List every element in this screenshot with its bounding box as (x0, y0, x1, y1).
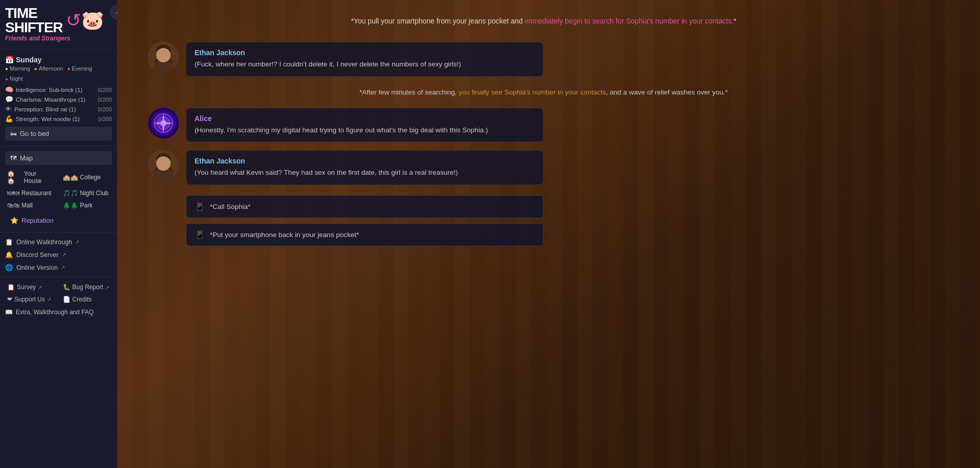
perception-value: 0/200 (98, 106, 112, 112)
stat-strength: 💪 Strength: Wet noodle (1) 0/200 (0, 114, 117, 124)
divider-2 (0, 146, 117, 146)
divider-4 (0, 277, 117, 277)
walkthrough-ext-icon: ↗ (75, 239, 79, 245)
perception-icon: 👁 (5, 105, 12, 113)
intelligence-label: Intelligence: Sub-brick (1) (16, 87, 82, 93)
locations-grid: 🏠🏠 Your House 🏫🏫 College 🍽🍽 Restaurant 🎵… (0, 167, 117, 212)
faq-link[interactable]: 📖 Extra, Walkthrough and FAQ (0, 306, 117, 318)
survey-link[interactable]: 📋 Survey ↗ (4, 282, 58, 293)
your-house-icon: 🏠🏠 (7, 170, 22, 184)
location-night-club[interactable]: 🎵🎵 Night Club (60, 188, 113, 199)
support-us-link[interactable]: ❤ Support Us ↗ (4, 294, 58, 305)
mall-label: Mall (21, 202, 33, 209)
location-restaurant[interactable]: 🍽🍽 Restaurant (4, 188, 58, 199)
logo-area: TIME SHIFTER ↺🐷 Friends and Strangers (0, 0, 117, 46)
chat-area: *You pull your smartphone from your jean… (117, 0, 980, 468)
bottom-links: 📋 Survey ↗ 🐛 Bug Report ↗ ❤ Support Us ↗… (0, 280, 117, 306)
faq-icon: 📖 (5, 309, 13, 316)
goto-bed-button[interactable]: 🛏 Go to bed (5, 127, 112, 141)
intelligence-icon: 🧠 (5, 86, 13, 93)
choice-put-smartphone-back[interactable]: 📱 *Put your smartphone back in your jean… (186, 223, 543, 246)
svg-point-6 (148, 108, 179, 138)
walkthrough-label: Online Walkthrough (16, 239, 72, 246)
goto-bed-label: Go to bed (20, 130, 49, 137)
choice-1-icon: 📱 (195, 202, 205, 212)
svg-point-15 (154, 166, 173, 178)
credits-link[interactable]: 📄 Credits (60, 294, 113, 305)
message-text-ethan-2: (You heard what Kevin said? They had sex… (195, 168, 535, 178)
logo-shifter: SHIFTER (5, 20, 63, 35)
survey-label: Survey (17, 284, 36, 291)
time-night: ● Night (5, 76, 23, 82)
location-park[interactable]: 🌲🌲 Park (60, 200, 113, 211)
bug-report-ext-icon: ↗ (105, 285, 109, 290)
stat-charisma: 💬 Charisma: Misanthrope (1) 0/200 (0, 95, 117, 104)
time-afternoon: ● Afternoon (34, 65, 63, 72)
divider-3 (0, 232, 117, 232)
logo-icon: ↺🐷 (66, 10, 104, 31)
reputation-button[interactable]: ⭐ Reputation (5, 214, 112, 227)
walkthrough-icon: 📋 (5, 238, 13, 246)
svg-marker-10 (162, 113, 164, 120)
stat-perception: 👁 Perception: Blind rat (1) 0/200 (0, 104, 117, 114)
time-indicators: ● Morning ● Afternoon ● Evening ● Night (5, 64, 112, 83)
credits-label: Credits (73, 296, 92, 303)
message-alice: Alice (Honestly, I'm scratching my digit… (148, 108, 939, 142)
day-text: Sunday (16, 56, 42, 64)
afternoon-dot: ● (34, 66, 37, 72)
night-club-icon: 🎵🎵 (63, 190, 78, 197)
survey-ext-icon: ↗ (38, 285, 42, 290)
discord-ext-icon: ↗ (62, 252, 66, 258)
location-mall[interactable]: 🛍🛍 Mall (4, 200, 58, 211)
online-version-label: Online Version (16, 264, 58, 271)
intelligence-value: 0/200 (98, 87, 112, 93)
logo-subtitle: Friends and Strangers (5, 35, 70, 42)
avatar-ethan-1 (148, 42, 179, 73)
location-your-house[interactable]: 🏠🏠 Your House (4, 168, 58, 186)
reputation-label: Reputation (21, 217, 54, 224)
night-dot: ● (5, 76, 8, 82)
night-label: Night (10, 76, 23, 82)
message-bubble-ethan-2: Ethan Jackson (You heard what Kevin said… (186, 150, 543, 184)
restaurant-icon: 🍽🍽 (7, 190, 19, 197)
time-evening: ● Evening (67, 65, 92, 72)
bug-report-link[interactable]: 🐛 Bug Report ↗ (60, 282, 113, 293)
survey-icon: 📋 (7, 284, 15, 291)
svg-point-2 (157, 48, 170, 61)
svg-point-19 (164, 161, 166, 163)
restaurant-label: Restaurant (21, 190, 52, 197)
stat-intelligence: 🧠 Intelligence: Sub-brick (1) 0/200 (0, 85, 117, 95)
message-text-ethan-1: (Fuck, where her number!? I couldn't del… (195, 59, 535, 69)
svg-point-16 (157, 156, 170, 169)
online-version-link[interactable]: 🌐 Online Version ↗ (0, 261, 117, 274)
day-section: 📅 Sunday ● Morning ● Afternoon ● Evening… (0, 53, 117, 85)
message-ethan-2: Ethan Jackson (You heard what Kevin said… (148, 150, 939, 184)
credits-icon: 📄 (63, 296, 70, 303)
narration-2-end: , and a wave of relief washes over you.* (606, 88, 728, 96)
evening-dot: ● (67, 66, 70, 72)
choice-call-sophia[interactable]: 📱 *Call Sophia* (186, 195, 543, 218)
support-us-label: Support Us (14, 296, 45, 303)
charisma-icon: 💬 (5, 96, 13, 103)
morning-label: Morning (10, 65, 30, 72)
online-walkthrough-link[interactable]: 📋 Online Walkthrough ↗ (0, 236, 117, 248)
avatar-ethan-2 (148, 150, 179, 181)
svg-point-4 (160, 53, 162, 55)
mall-icon: 🛍🛍 (7, 202, 19, 209)
map-label: Map (20, 154, 33, 162)
discord-label: Discord Server (16, 251, 59, 259)
svg-point-3 (156, 45, 171, 55)
narration-1-plain: *You pull your smartphone from your jean… (351, 17, 524, 25)
svg-point-8 (157, 117, 170, 129)
message-ethan-1: Ethan Jackson (Fuck, where her number!? … (148, 42, 939, 76)
discord-icon: 🔔 (5, 251, 13, 259)
discord-server-link[interactable]: 🔔 Discord Server ↗ (0, 248, 117, 261)
location-college[interactable]: 🏫🏫 College (60, 168, 113, 186)
map-button[interactable]: 🗺 Map (5, 151, 112, 165)
message-name-alice: Alice (195, 114, 535, 123)
strength-value: 0/200 (98, 116, 112, 122)
strength-icon: 💪 (5, 115, 13, 123)
support-us-icon: ❤ (7, 296, 12, 303)
your-house-label: Your House (24, 170, 55, 184)
night-club-label: Night Club (80, 190, 109, 197)
